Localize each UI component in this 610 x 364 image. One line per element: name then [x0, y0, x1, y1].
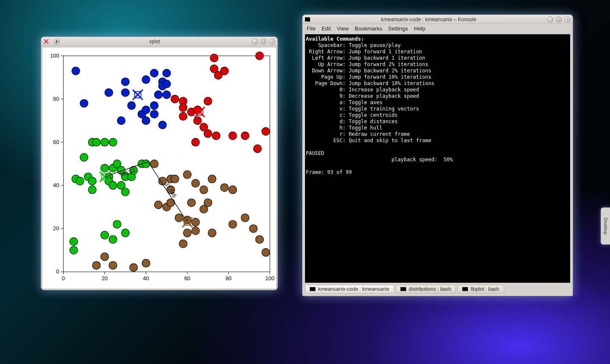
xplot-titlebar[interactable]: ◐ xplot – ▢ ×: [41, 37, 277, 46]
point-red: [214, 71, 222, 79]
terminal-output[interactable]: Available Commands: Spacebar: Toggle pau…: [305, 34, 570, 283]
point-blue: [142, 76, 150, 84]
point-green: [70, 237, 78, 245]
point-red: [179, 104, 187, 112]
svg-text:20: 20: [102, 275, 108, 281]
point-brown: [183, 171, 191, 179]
konsole-window[interactable]: _ kmeansanix-code : kmeansanix – Konsole…: [302, 14, 573, 296]
menu-view[interactable]: View: [337, 25, 349, 32]
point-blue: [128, 102, 136, 110]
point-blue: [121, 88, 129, 97]
point-green: [101, 231, 109, 239]
terminal-icon: [310, 287, 316, 291]
tab-distributions-bash[interactable]: distributions : bash: [396, 285, 456, 293]
point-green: [142, 160, 150, 168]
minimize-button[interactable]: –: [252, 39, 258, 44]
close-button[interactable]: ×: [269, 39, 275, 44]
point-blue: [163, 69, 171, 77]
point-blue: [142, 117, 150, 125]
xplot-window[interactable]: ◐ xplot – ▢ × 02040608010002040608010023…: [41, 36, 278, 290]
svg-text:40: 40: [143, 275, 149, 281]
point-brown: [183, 229, 191, 237]
point-blue: [121, 78, 129, 86]
point-brown: [101, 253, 109, 261]
konsole-tabs[interactable]: kmeansanix-code : kmeansanixdistribution…: [302, 283, 573, 296]
menu-bookmarks[interactable]: Bookmarks: [355, 25, 382, 32]
point-green: [109, 235, 117, 243]
svg-text:_: _: [305, 18, 308, 22]
point-blue: [163, 80, 171, 88]
desktop-side-tab[interactable]: Desktop: [601, 207, 610, 245]
point-green: [80, 153, 88, 161]
point-green: [121, 229, 129, 237]
point-brown: [191, 218, 200, 226]
point-green: [101, 138, 109, 146]
svg-text:100: 100: [50, 52, 59, 59]
point-green: [88, 177, 96, 185]
point-brown: [92, 261, 100, 269]
menu-file[interactable]: File: [307, 25, 316, 32]
point-brown: [262, 248, 270, 256]
point-red: [210, 54, 218, 62]
svg-text:0: 0: [56, 268, 59, 275]
svg-text:60: 60: [184, 275, 190, 281]
point-red: [255, 52, 263, 60]
point-red: [229, 132, 237, 140]
point-brown: [255, 235, 263, 243]
terminal-icon: _: [305, 17, 310, 22]
scatter-plot: 02040608010002040608010023.96137.746: [42, 47, 276, 289]
point-blue: [72, 67, 80, 75]
menu-help[interactable]: Help: [414, 25, 425, 32]
shade-button[interactable]: ◐: [54, 39, 60, 44]
point-blue: [80, 99, 88, 108]
svg-text:60: 60: [53, 139, 59, 145]
svg-text:80: 80: [53, 96, 59, 102]
point-green: [113, 221, 121, 229]
point-brown: [187, 199, 195, 207]
point-red: [204, 130, 212, 138]
svg-text:40: 40: [53, 182, 59, 188]
konsole-titlebar[interactable]: _ kmeansanix-code : kmeansanix – Konsole…: [302, 15, 573, 24]
point-brown: [179, 240, 187, 248]
terminal-icon: [462, 287, 468, 291]
point-blue: [142, 106, 150, 114]
point-brown: [229, 221, 237, 229]
point-brown: [220, 184, 228, 192]
maximize-button[interactable]: ▢: [556, 17, 562, 22]
point-green: [109, 182, 117, 190]
point-blue: [154, 91, 162, 99]
point-brown: [241, 214, 249, 222]
point-brown: [208, 229, 216, 237]
menu-settings[interactable]: Settings: [388, 25, 408, 32]
plot-canvas: 02040608010002040608010023.96137.746: [42, 47, 277, 289]
point-blue: [158, 121, 166, 129]
svg-rect-2: [64, 56, 270, 272]
konsole-menubar[interactable]: FileEditViewBookmarksSettingsHelp: [302, 24, 573, 34]
point-red: [253, 145, 261, 153]
app-icon: [44, 39, 49, 44]
tab-kmeansanix-code-kmeansanix[interactable]: kmeansanix-code : kmeansanix: [305, 285, 394, 293]
point-green: [101, 164, 109, 172]
point-brown: [191, 179, 200, 188]
point-brown: [142, 259, 150, 267]
point-green: [70, 246, 78, 254]
point-green: [88, 186, 96, 194]
maximize-button[interactable]: ▢: [261, 39, 266, 44]
point-brown: [154, 201, 162, 209]
minimize-button[interactable]: –: [547, 17, 553, 22]
point-green: [121, 188, 129, 196]
svg-text:80: 80: [225, 275, 231, 281]
terminal-icon: [400, 287, 406, 291]
close-button[interactable]: ×: [564, 17, 570, 22]
point-green: [109, 138, 117, 146]
point-brown: [250, 225, 258, 233]
menu-edit[interactable]: Edit: [322, 25, 331, 32]
tab-libplot-bash[interactable]: libplot : bash: [458, 285, 504, 293]
point-blue: [117, 117, 125, 125]
point-blue: [163, 91, 171, 99]
point-brown: [208, 175, 216, 183]
point-red: [212, 132, 220, 140]
point-brown: [175, 214, 183, 222]
point-red: [191, 138, 200, 146]
point-blue: [150, 110, 158, 118]
